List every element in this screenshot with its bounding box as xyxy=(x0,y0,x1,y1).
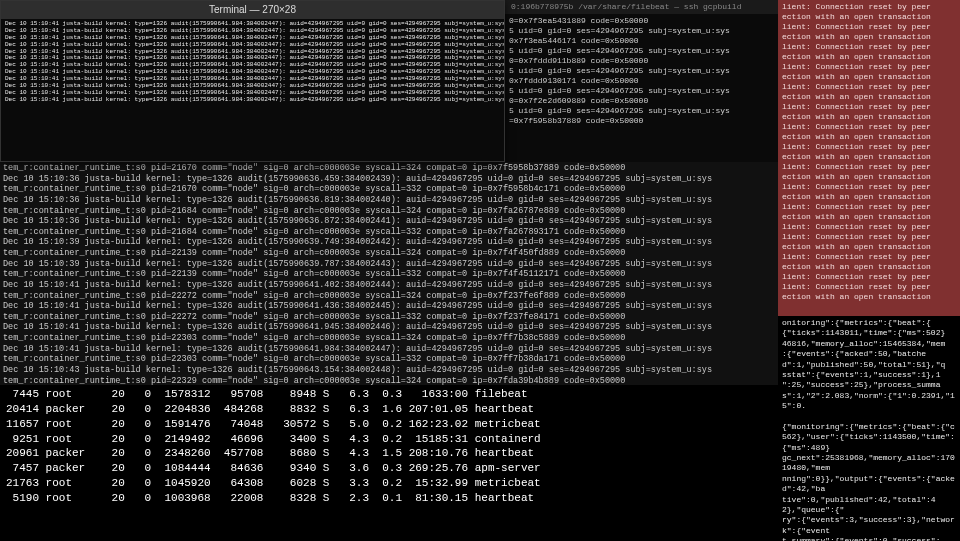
terminal-title: Terminal — 270×28 xyxy=(209,4,296,15)
pane-monitoring-json[interactable]: onitoring":{"metrics":{"beat":{ {"ticks"… xyxy=(778,316,960,541)
screen: Terminal — 270×28 Dec 10 15:10:41 justa-… xyxy=(0,0,960,541)
pane-audit-log[interactable]: tem_r:container_runtime_t:s0 pid=21670 c… xyxy=(0,162,778,385)
terminal-body[interactable]: Dec 10 15:10:41 justa-build kernel: type… xyxy=(1,19,504,161)
pane-errors[interactable]: lient: Connection reset by peer ection w… xyxy=(778,0,960,316)
terminal-titlebar[interactable]: Terminal — 270×28 xyxy=(1,1,504,19)
tmux-tab[interactable]: 0:196b778975b /var/share/filebeat — ssh … xyxy=(505,0,778,14)
pane-audit-upper[interactable]: 0=0x7f3ea5431889 code=0x50000 5 uid=0 gi… xyxy=(505,14,778,162)
pane-process-table[interactable]: 7445 root 20 0 1578312 95708 8948 S 6.3 … xyxy=(0,385,778,541)
tmux-tab-title: 0:196b778975b /var/share/filebeat — ssh … xyxy=(511,2,741,11)
terminal-window[interactable]: Terminal — 270×28 Dec 10 15:10:41 justa-… xyxy=(0,0,505,162)
